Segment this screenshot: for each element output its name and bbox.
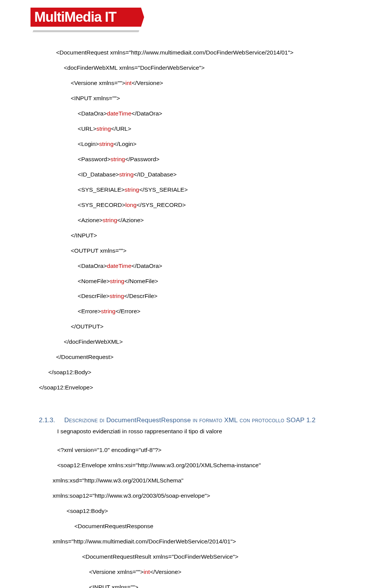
code-line: </soap12:Envelope>: [34, 384, 332, 391]
code-line: <Versione xmlns="">int</Versione>: [34, 79, 332, 87]
section-number: 2.1.3.: [39, 417, 55, 424]
xml-block-2: <?xml version="1.0" encoding="utf-8"?> <…: [53, 439, 332, 588]
code-line: </DocumentRequest>: [34, 353, 332, 361]
code-line: </INPUT>: [34, 232, 332, 239]
code-line: <OUTPUT xmlns="">: [34, 247, 332, 255]
code-line: <INPUT xmlns="">: [34, 95, 332, 102]
code-line: <Azione>string</Azione>: [34, 216, 332, 224]
code-line: <soap12:Envelope xmlns:xsi="http://www.w…: [53, 461, 332, 469]
code-line: xmlns:xsd="http://www.w3.org/2001/XMLSch…: [53, 477, 332, 484]
code-line: <ID_Database>string</ID_Database>: [34, 171, 332, 178]
code-line: <soap12:Body>: [53, 507, 332, 515]
code-line: <?xml version="1.0" encoding="utf-8"?>: [53, 446, 332, 454]
code-line: <Password>string</Password>: [34, 155, 332, 163]
code-line: <Errore>string</Errore>: [34, 308, 332, 315]
code-line: <DescrFile>string</DescrFile>: [34, 292, 332, 300]
logo-text: MultiMedia IT: [34, 8, 116, 27]
code-line: <DataOra>dateTime</DataOra>: [34, 110, 332, 117]
xml-block-1: <DocumentRequest xmlns="http://www.multi…: [34, 41, 332, 407]
logo-part-c: IT: [101, 9, 116, 25]
code-line: </docFinderWebXML>: [34, 338, 332, 346]
code-line: <Login>string</Login>: [34, 140, 332, 148]
code-line: <DocumentRequestResult xmlns="DocFinderW…: [53, 553, 332, 561]
code-line: </OUTPUT>: [34, 323, 332, 330]
section-heading: 2.1.3. Descrizione di DocumentRequestRes…: [39, 417, 332, 424]
code-line: <DataOra>dateTime</DataOra>: [34, 262, 332, 270]
logo: MultiMedia IT: [30, 8, 141, 30]
code-line: <DocumentRequest xmlns="http://www.multi…: [34, 49, 332, 56]
code-line: xmlns="http://www.multimediait.com/DocFi…: [53, 538, 332, 545]
code-line: <docFinderWebXML xmlns="DocFinderWebServ…: [34, 64, 332, 72]
logo-shadow: [32, 30, 139, 33]
code-line: <NomeFile>string</NomeFile>: [34, 277, 332, 285]
code-line: <URL>string</URL>: [34, 125, 332, 133]
code-line: <INPUT xmlns="">: [53, 583, 332, 588]
paragraph: I segnaposto evidenziati in rosso rappre…: [57, 428, 332, 435]
code-line: xmlns:soap12="http://www.w3.org/2003/05/…: [53, 492, 332, 500]
logo-part-a: Multi: [34, 9, 64, 25]
logo-part-b: Media: [64, 9, 101, 25]
code-line: <Versione xmlns="">int</Versione>: [53, 568, 332, 576]
code-line: </soap12:Body>: [34, 369, 332, 376]
section-title: Descrizione di DocumentRequestResponse i…: [64, 417, 316, 424]
code-line: <DocumentRequestResponse: [53, 522, 332, 530]
page: MultiMedia IT <DocumentRequest xmlns="ht…: [0, 0, 366, 588]
code-line: <SYS_SERIALE>string</SYS_SERIALE>: [34, 186, 332, 194]
code-line: <SYS_RECORD>long</SYS_RECORD>: [34, 201, 332, 209]
